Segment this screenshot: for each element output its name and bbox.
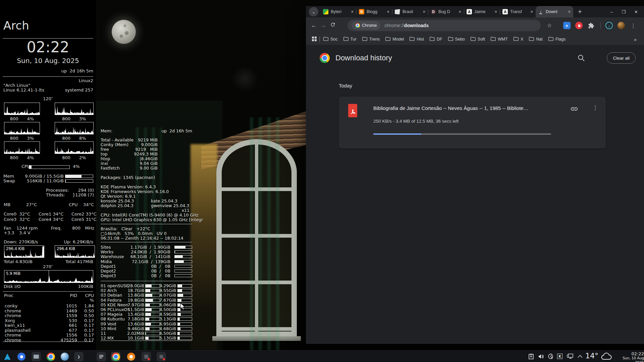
- maximize-button[interactable]: ❒: [622, 9, 626, 14]
- globe-app-icon[interactable]: [60, 352, 69, 361]
- weather-line-2: □14km/h 53% 0.0mm UV 0: [101, 231, 167, 236]
- new-tab-button[interactable]: +: [578, 8, 582, 16]
- upload-graph: 296.4 KiB: [55, 245, 95, 258]
- bookmarks-overflow-chevron[interactable]: »: [634, 37, 637, 42]
- bookmark-folder-x[interactable]: X: [514, 37, 523, 42]
- tab-close-icon[interactable]: ✕: [530, 10, 533, 14]
- tab-blogg[interactable]: BBlogg✕: [357, 6, 392, 17]
- cpu-bar: [29, 165, 70, 169]
- weather-widget-temp[interactable]: 14°: [585, 352, 598, 360]
- search-downloads-icon[interactable]: [577, 54, 585, 63]
- kde-version-line: KDE Frameworks Version: 6.16.0: [101, 189, 192, 194]
- back-button[interactable]: ←: [309, 22, 319, 29]
- files-app-icon[interactable]: [32, 352, 41, 361]
- distro-row: 09 Void13.6GiB6.95GiB: [101, 322, 192, 326]
- bookmark-folder-flags[interactable]: Flags: [548, 37, 566, 42]
- taskbar: ❯ K 14° 02:22 Sun, 10 Aug 2025: [0, 350, 644, 362]
- gpu-model-line: GPU: Intel UHD Graphics 630 @ 1.05 GHz […: [101, 218, 203, 222]
- clipboard-tray-icon[interactable]: [527, 353, 535, 360]
- expand-tray-chevron-icon[interactable]: [576, 353, 584, 360]
- process-row: conky10151.84: [5, 304, 94, 309]
- copy-link-icon[interactable]: [570, 105, 578, 113]
- download-file-name[interactable]: Bibliografia de Jaime Cortesão -- Neves …: [373, 105, 561, 111]
- chrome-running-app-icon[interactable]: [111, 352, 120, 361]
- weather-cloud-icon[interactable]: [600, 352, 613, 361]
- tab-close-icon[interactable]: ✕: [568, 10, 571, 14]
- bookmark-star-icon[interactable]: ☆: [545, 22, 554, 28]
- address-bar[interactable]: Chrome chrome://downloads: [347, 20, 541, 31]
- bookmark-folder-trens[interactable]: Trens: [362, 37, 380, 42]
- bookmark-folder-wmt[interactable]: WMT: [491, 37, 508, 42]
- display-network-tray-icon[interactable]: [566, 353, 574, 360]
- chrome-menu-icon[interactable]: ⋮: [630, 22, 637, 29]
- weather-line-1: Brasilia: Clear +22°C: [101, 227, 150, 231]
- bookmark-folder-soft[interactable]: Soft: [471, 37, 485, 42]
- bookmark-folder-tur[interactable]: Tur: [343, 37, 357, 42]
- clear-all-button[interactable]: Clear all: [607, 52, 636, 64]
- clock-date: Sun, 10 Aug 2025: [618, 356, 644, 362]
- swap-bar: [65, 179, 93, 183]
- recorder-app-icon-1[interactable]: [142, 352, 151, 361]
- tab-bug-d[interactable]: DBug D✕: [428, 6, 464, 17]
- cpu-graph-3: [4, 122, 40, 134]
- tab-search-chevron-icon[interactable]: ⌄: [309, 7, 318, 16]
- apps-grid-icon[interactable]: [312, 37, 317, 42]
- core-temp: Core1 34°C: [39, 212, 71, 217]
- bookmark-folder-nat[interactable]: Nat: [529, 37, 542, 42]
- app-version-row: dolphin 25.04.3gwenview 25.04.3: [101, 203, 192, 208]
- app-launcher-button[interactable]: [3, 352, 12, 361]
- session-type: x11: [101, 208, 190, 213]
- bookmark-folder-sebo[interactable]: Sebo: [448, 37, 465, 42]
- blue-app-icon[interactable]: [17, 352, 26, 361]
- tab-close-icon[interactable]: ✕: [351, 10, 354, 14]
- nightlight-tray-icon[interactable]: [547, 353, 554, 360]
- download-progress-icon[interactable]: ↓: [605, 22, 613, 29]
- download-graph: 296.4 KiB: [4, 245, 44, 258]
- url-text: chrome://downloads: [384, 23, 428, 28]
- orange-browser-app-icon[interactable]: [126, 352, 136, 361]
- tab-close-icon[interactable]: ✕: [459, 10, 462, 14]
- bookmark-folder-df[interactable]: DF: [430, 37, 442, 42]
- tab-transf[interactable]: ATransf✕: [500, 6, 536, 17]
- mem-value: 9.00GiB / 15.5GiB: [0, 174, 64, 179]
- up-total: Total 417MiB: [0, 259, 93, 264]
- tab-brasil[interactable]: Brasil✕: [392, 6, 428, 17]
- bookmark-folder-model[interactable]: Model: [385, 37, 404, 42]
- recorder-app-icon-2[interactable]: [157, 352, 166, 361]
- tab-close-icon[interactable]: ✕: [494, 10, 497, 14]
- tab-jaime[interactable]: AJaime✕: [464, 6, 500, 17]
- keepass-tray-icon[interactable]: K: [556, 353, 564, 360]
- terminal-app-icon[interactable]: ❯: [74, 352, 84, 361]
- tab-byteri[interactable]: Byteri✕: [321, 6, 356, 17]
- bookmark-folder-hist[interactable]: Hist: [410, 37, 424, 42]
- flag-favicon: [395, 9, 400, 14]
- download-item-menu-icon[interactable]: ⋮: [592, 104, 598, 111]
- tab-downl[interactable]: ↓Downl✕: [536, 6, 573, 17]
- reload-button[interactable]: [328, 22, 337, 29]
- profile-avatar[interactable]: [618, 22, 625, 29]
- archive-favicon: A: [502, 9, 508, 14]
- volume-tray-icon[interactable]: [537, 353, 545, 360]
- process-row: Xorg5300.17: [5, 318, 94, 323]
- minimize-button[interactable]: –: [610, 9, 613, 14]
- clock-widget[interactable]: 02:22 Sun, 10 Aug 2025: [618, 352, 644, 362]
- downloads-header: Download history: [320, 53, 392, 63]
- downloads-page: Download history Clear all Today Bibliog…: [306, 45, 644, 344]
- text-editor-app-icon[interactable]: [97, 352, 106, 361]
- bookmark-folder-soc[interactable]: Soc: [323, 37, 338, 42]
- forward-button[interactable]: →: [319, 22, 328, 29]
- download-item-card[interactable]: Bibliografia de Jaime Cortesão -- Neves …: [339, 97, 606, 148]
- page-title: Download history: [335, 54, 392, 62]
- chrome-app-icon[interactable]: [46, 352, 55, 361]
- conky-date: Sun, 10 Aug. 2025: [0, 57, 96, 64]
- process-row: kwin_x116610.17: [5, 323, 94, 328]
- app-version-row: konsole 25.04.3kate 25.04.3: [101, 199, 192, 203]
- proc-header-pct: %: [0, 298, 94, 303]
- site-chip[interactable]: Chrome: [352, 21, 380, 30]
- adblock-extension-icon[interactable]: [575, 22, 583, 29]
- tab-close-icon[interactable]: ✕: [423, 10, 426, 14]
- close-button[interactable]: ✕: [634, 9, 638, 14]
- tab-close-icon[interactable]: ✕: [387, 10, 390, 14]
- extensions-puzzle-icon[interactable]: [587, 22, 595, 29]
- blue-extension-icon[interactable]: +: [563, 22, 571, 29]
